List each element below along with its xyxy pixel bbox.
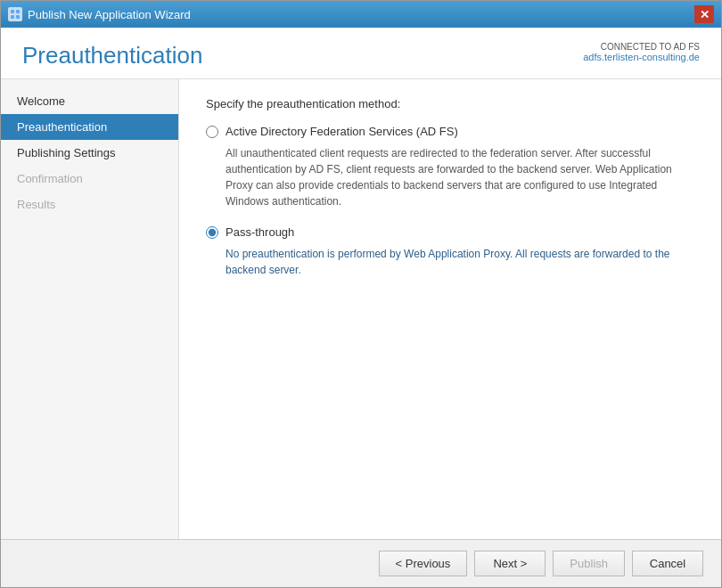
close-button[interactable]: ✕ bbox=[694, 5, 714, 23]
svg-rect-1 bbox=[16, 10, 20, 13]
sidebar-item-results: Results bbox=[1, 192, 178, 217]
svg-rect-0 bbox=[11, 10, 14, 13]
window-title: Publish New Application Wizard bbox=[28, 8, 191, 21]
next-button[interactable]: Next > bbox=[474, 551, 546, 576]
page-title: Preauthentication bbox=[22, 42, 202, 69]
connection-info: CONNECTED TO AD FS adfs.terlisten-consul… bbox=[583, 42, 700, 62]
header-area: Preauthentication CONNECTED TO AD FS adf… bbox=[1, 28, 721, 79]
adfs-label: Active Directory Federation Services (AD… bbox=[226, 125, 458, 138]
passthrough-label: Pass-through bbox=[226, 225, 294, 239]
main-content: Specify the preauthentication method: Ac… bbox=[179, 79, 721, 539]
title-bar-left: Publish New Application Wizard bbox=[8, 7, 191, 21]
title-bar: Publish New Application Wizard ✕ bbox=[1, 1, 721, 28]
sidebar-item-welcome[interactable]: Welcome bbox=[1, 88, 178, 114]
connection-label: CONNECTED TO AD FS bbox=[583, 42, 700, 52]
content-area: Welcome Preauthentication Publishing Set… bbox=[1, 79, 721, 539]
wizard-window: Publish New Application Wizard ✕ Preauth… bbox=[0, 0, 722, 588]
svg-rect-3 bbox=[16, 15, 20, 19]
connection-value: adfs.terlisten-consulting.de bbox=[583, 52, 700, 62]
publish-button: Publish bbox=[553, 551, 625, 576]
passthrough-radio[interactable] bbox=[206, 226, 218, 239]
footer: < Previous Next > Publish Cancel bbox=[1, 539, 721, 587]
adfs-radio-label[interactable]: Active Directory Federation Services (AD… bbox=[206, 125, 694, 138]
adfs-radio[interactable] bbox=[206, 126, 218, 138]
passthrough-radio-label[interactable]: Pass-through bbox=[206, 225, 694, 239]
sidebar-item-confirmation: Confirmation bbox=[1, 166, 178, 192]
option-passthrough: Pass-through No preauthentication is per… bbox=[206, 225, 694, 278]
passthrough-description: No preauthentication is performed by Web… bbox=[226, 246, 694, 278]
option-adfs: Active Directory Federation Services (AD… bbox=[206, 125, 694, 209]
sidebar-item-preauthentication[interactable]: Preauthentication bbox=[1, 114, 178, 140]
previous-button[interactable]: < Previous bbox=[379, 551, 468, 576]
adfs-description: All unauthenticated client requests are … bbox=[226, 145, 694, 209]
app-icon bbox=[8, 7, 22, 21]
cancel-button[interactable]: Cancel bbox=[632, 551, 703, 576]
instruction-text: Specify the preauthentication method: bbox=[206, 97, 694, 110]
svg-rect-2 bbox=[11, 15, 14, 19]
sidebar: Welcome Preauthentication Publishing Set… bbox=[1, 79, 179, 539]
sidebar-item-publishing-settings[interactable]: Publishing Settings bbox=[1, 140, 178, 166]
